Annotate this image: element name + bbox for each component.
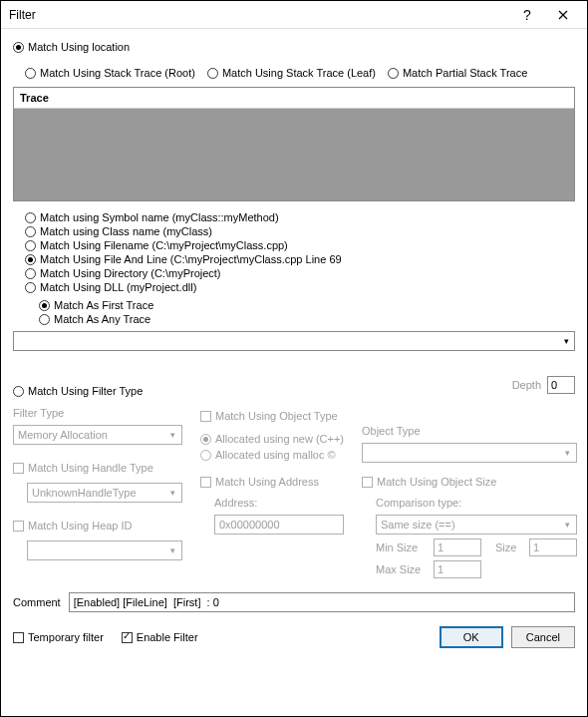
object-type-label: Object Type: [362, 425, 577, 437]
radio-first-trace[interactable]: Match As First Trace: [39, 299, 575, 311]
radio-label: Match As First Trace: [54, 299, 153, 311]
radio-icon: [25, 68, 36, 79]
radio-icon: [25, 212, 36, 223]
radio-directory[interactable]: Match Using Directory (C:\myProject): [25, 267, 575, 279]
radio-label: Match Using DLL (myProject.dll): [40, 281, 196, 293]
radio-label: Match Using Filter Type: [28, 385, 143, 397]
check-label: Match Using Address: [215, 476, 319, 488]
check-address[interactable]: Match Using Address: [200, 476, 344, 488]
chevron-down-icon: ▾: [560, 448, 574, 458]
check-object-type[interactable]: Match Using Object Type: [200, 410, 344, 422]
radio-icon: [25, 254, 36, 265]
radio-icon: [207, 68, 218, 79]
combo-value: Same size (==): [381, 519, 455, 531]
radio-icon: [39, 314, 50, 325]
ok-button[interactable]: OK: [440, 626, 503, 648]
radio-alloc-malloc[interactable]: Allocated using malloc ©: [200, 449, 344, 461]
chevron-down-icon: ▾: [165, 488, 179, 498]
radio-icon: [388, 68, 399, 79]
comparison-label: Comparison type:: [376, 497, 577, 509]
radio-dll[interactable]: Match Using DLL (myProject.dll): [25, 281, 575, 293]
depth-input[interactable]: [547, 376, 575, 394]
check-label: Match Using Heap ID: [28, 520, 133, 532]
comparison-combo[interactable]: Same size (==) ▾: [376, 515, 577, 535]
radio-icon: [25, 226, 36, 237]
check-object-size[interactable]: Match Using Object Size: [362, 476, 577, 488]
radio-label: Match Using location: [28, 41, 130, 53]
check-temporary-filter[interactable]: Temporary filter: [13, 631, 104, 643]
match-value-combo[interactable]: ▾: [13, 331, 575, 351]
radio-label: Match Using Directory (C:\myProject): [40, 267, 221, 279]
size-label: Size: [495, 541, 523, 553]
radio-icon: [25, 240, 36, 251]
checkbox-icon: [200, 477, 211, 488]
check-enable-filter[interactable]: Enable Filter: [122, 631, 198, 643]
help-button[interactable]: ?: [509, 3, 545, 27]
trace-list[interactable]: [14, 109, 574, 200]
address-label: Address:: [214, 497, 344, 509]
chevron-down-icon: ▾: [560, 520, 574, 530]
radio-class-name[interactable]: Match using Class name (myClass): [25, 225, 575, 237]
radio-stack-root[interactable]: Match Using Stack Trace (Root): [25, 67, 195, 79]
filter-type-label: Filter Type: [13, 407, 182, 419]
check-label: Match Using Handle Type: [28, 462, 153, 474]
radio-icon: [200, 434, 211, 445]
radio-icon: [39, 300, 50, 311]
radio-label: Match Using Stack Trace (Root): [40, 67, 195, 79]
heap-id-combo[interactable]: ▾: [27, 540, 182, 560]
check-label: Temporary filter: [28, 631, 104, 643]
radio-filter-type[interactable]: Match Using Filter Type: [13, 385, 575, 397]
checkbox-icon: [13, 463, 24, 474]
close-button[interactable]: [545, 3, 581, 27]
checkbox-icon: [200, 411, 211, 422]
radio-label: Match Using File And Line (C:\myProject\…: [40, 253, 342, 265]
radio-file-line[interactable]: Match Using File And Line (C:\myProject\…: [25, 253, 575, 265]
combo-value: UnknownHandleType: [32, 487, 137, 499]
radio-stack-partial[interactable]: Match Partial Stack Trace: [388, 67, 527, 79]
size-input[interactable]: [529, 538, 577, 556]
radio-icon: [25, 268, 36, 279]
radio-filename[interactable]: Match Using Filename (C:\myProject\myCla…: [25, 239, 575, 251]
depth-label: Depth: [512, 379, 541, 391]
comment-input[interactable]: [69, 592, 575, 612]
checkbox-icon: [122, 632, 133, 643]
radio-label: Match using Symbol name (myClass::myMeth…: [40, 211, 279, 223]
radio-symbol-name[interactable]: Match using Symbol name (myClass::myMeth…: [25, 211, 575, 223]
radio-label: Match using Class name (myClass): [40, 225, 212, 237]
check-label: Match Using Object Type: [215, 410, 338, 422]
min-size-input[interactable]: [434, 538, 481, 556]
close-icon: [558, 10, 568, 20]
chevron-down-icon: ▾: [165, 545, 179, 555]
object-type-combo[interactable]: ▾: [362, 443, 577, 463]
handle-type-combo[interactable]: UnknownHandleType ▾: [27, 483, 182, 503]
checkbox-icon: [13, 632, 24, 643]
check-handle-type[interactable]: Match Using Handle Type: [13, 462, 182, 474]
titlebar: Filter ?: [1, 1, 587, 29]
combo-value: Memory Allocation: [18, 429, 108, 441]
window-title: Filter: [9, 8, 509, 22]
filter-type-combo[interactable]: Memory Allocation ▾: [13, 425, 182, 445]
radio-icon: [200, 450, 211, 461]
filter-dialog: Filter ? Match Using location Match Usin…: [0, 0, 588, 717]
min-size-label: Min Size: [376, 541, 428, 553]
address-input[interactable]: [214, 515, 344, 535]
checkbox-icon: [13, 521, 24, 532]
chevron-down-icon: ▾: [558, 332, 574, 350]
radio-label: Match As Any Trace: [54, 313, 150, 325]
radio-match-location[interactable]: Match Using location: [13, 41, 575, 53]
cancel-button[interactable]: Cancel: [511, 626, 575, 648]
trace-header: Trace: [14, 88, 574, 109]
radio-icon: [25, 282, 36, 293]
radio-label: Match Using Filename (C:\myProject\myCla…: [40, 239, 288, 251]
radio-alloc-new[interactable]: Allocated using new (C++): [200, 433, 344, 445]
max-size-input[interactable]: [434, 560, 481, 578]
check-heap-id[interactable]: Match Using Heap ID: [13, 520, 182, 532]
radio-label: Match Partial Stack Trace: [403, 67, 527, 79]
radio-stack-leaf[interactable]: Match Using Stack Trace (Leaf): [207, 67, 376, 79]
max-size-label: Max Size: [376, 563, 428, 575]
check-label: Enable Filter: [137, 631, 198, 643]
radio-any-trace[interactable]: Match As Any Trace: [39, 313, 575, 325]
chevron-down-icon: ▾: [165, 430, 179, 440]
trace-group: Trace: [13, 87, 575, 201]
checkbox-icon: [362, 477, 373, 488]
